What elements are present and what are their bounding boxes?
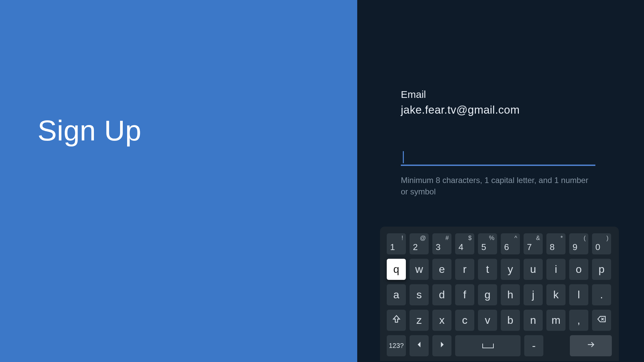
shift-icon <box>392 314 401 326</box>
key-main-label: 2 <box>413 242 418 252</box>
key-v[interactable]: v <box>478 310 497 331</box>
key-main-label: 4 <box>459 242 463 252</box>
key-mode-toggle[interactable]: 123? <box>387 335 406 356</box>
key-i[interactable]: i <box>546 259 566 280</box>
key-q[interactable]: q <box>387 259 406 280</box>
key-sup-label: @ <box>420 235 426 242</box>
arrow-right-icon <box>586 340 596 352</box>
key-cursor-right[interactable] <box>432 335 451 356</box>
key-main-label: 8 <box>550 242 554 252</box>
key-main-label: 0 <box>595 242 600 252</box>
key-shift[interactable] <box>387 310 406 331</box>
key-sup-label: ^ <box>515 235 517 242</box>
key-main-label: 1 <box>390 242 395 252</box>
key-1[interactable]: 1! <box>387 233 406 254</box>
key-enter[interactable] <box>570 335 612 356</box>
key-y[interactable]: y <box>501 259 520 280</box>
keyboard-row-4: zxcvbnm, <box>387 310 612 331</box>
key-k[interactable]: k <box>546 284 566 305</box>
password-hint: Minimum 8 characters, 1 capital letter, … <box>401 175 595 197</box>
key-backspace[interactable] <box>592 310 611 331</box>
left-panel: Sign Up <box>0 0 357 362</box>
onscreen-keyboard: 1!2@3#4$5%6^7&8*9(0) qwertyuiop asdfghjk… <box>380 227 619 361</box>
key-p[interactable]: p <box>592 259 611 280</box>
key-sup-label: ! <box>401 235 403 242</box>
key-l[interactable]: l <box>569 284 588 305</box>
key-3[interactable]: 3# <box>432 233 451 254</box>
key-sup-label: ) <box>606 235 608 242</box>
key-main-label: 3 <box>436 242 440 252</box>
text-caret <box>403 151 404 163</box>
key-main-label: 6 <box>504 242 509 252</box>
key-u[interactable]: u <box>524 259 543 280</box>
key-b[interactable]: b <box>501 310 520 331</box>
key-sup-label: & <box>536 235 540 242</box>
key-z[interactable]: z <box>410 310 429 331</box>
key-c[interactable]: c <box>455 310 474 331</box>
key-h[interactable]: h <box>501 284 520 305</box>
keyboard-row-3: asdfghjkl. <box>387 284 612 305</box>
key-8[interactable]: 8* <box>546 233 566 254</box>
caret-left-icon <box>415 340 424 352</box>
key-j[interactable]: j <box>524 284 543 305</box>
key-w[interactable]: w <box>410 259 429 280</box>
key-space[interactable] <box>455 335 521 356</box>
key-5[interactable]: 5% <box>478 233 497 254</box>
space-icon <box>482 344 494 348</box>
key-sup-label: % <box>489 235 494 242</box>
keyboard-row-1: 1!2@3#4$5%6^7&8*9(0) <box>387 233 612 254</box>
caret-right-icon <box>437 340 447 352</box>
key-m[interactable]: m <box>546 310 566 331</box>
page-title: Sign Up <box>38 114 141 147</box>
key-sup-label: $ <box>468 235 472 242</box>
key-sup-label: # <box>445 235 449 242</box>
key-main-label: 9 <box>573 242 577 252</box>
key-o[interactable]: o <box>569 259 588 280</box>
key-2[interactable]: 2@ <box>410 233 429 254</box>
key-d[interactable]: d <box>432 284 451 305</box>
key-e[interactable]: e <box>432 259 451 280</box>
key-t[interactable]: t <box>478 259 497 280</box>
key-s[interactable]: s <box>410 284 429 305</box>
keyboard-row-2: qwertyuiop <box>387 259 612 280</box>
key-n[interactable]: n <box>524 310 543 331</box>
key-r[interactable]: r <box>455 259 474 280</box>
signup-form: Email jake.fear.tv@gmail.com Minimum 8 c… <box>401 89 595 197</box>
email-value: jake.fear.tv@gmail.com <box>401 104 595 116</box>
backspace-icon <box>597 314 606 326</box>
password-input[interactable] <box>401 150 595 166</box>
password-field-container <box>401 150 595 166</box>
key-sup-label: * <box>560 235 563 242</box>
key-main-label: 7 <box>527 242 532 252</box>
key-sup-label: ( <box>584 235 586 242</box>
key-f[interactable]: f <box>455 284 474 305</box>
key-9[interactable]: 9( <box>569 233 588 254</box>
key-7[interactable]: 7& <box>524 233 543 254</box>
key-main-label: 5 <box>481 242 486 252</box>
key-4[interactable]: 4$ <box>455 233 474 254</box>
key-0[interactable]: 0) <box>592 233 611 254</box>
keyboard-row-5: 123? - <box>387 335 612 356</box>
key-comma[interactable]: , <box>569 310 588 331</box>
key-6[interactable]: 6^ <box>501 233 520 254</box>
key-period[interactable]: . <box>592 284 611 305</box>
key-x[interactable]: x <box>432 310 451 331</box>
key-a[interactable]: a <box>387 284 406 305</box>
email-label: Email <box>401 89 595 100</box>
key-g[interactable]: g <box>478 284 497 305</box>
key-dash[interactable]: - <box>524 335 543 356</box>
key-cursor-left[interactable] <box>410 335 429 356</box>
